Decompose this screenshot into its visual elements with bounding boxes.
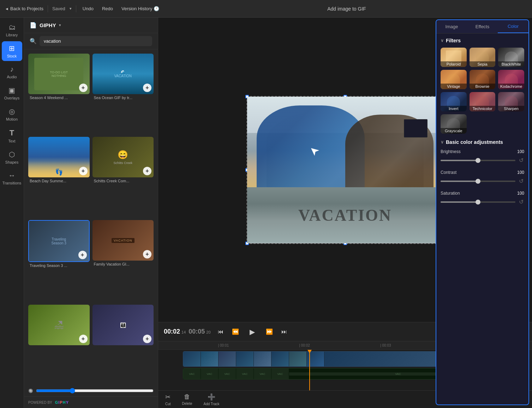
filter-sharpen[interactable]: Sharpen (498, 92, 524, 111)
list-item[interactable]: 😄 Schitts Creek + Schitts Creek Com... (92, 137, 154, 217)
filter-label-polaroid: Polaroid (441, 61, 467, 67)
canvas-content: VACATION (247, 97, 443, 243)
list-item[interactable]: TO-DO LISTNOTHING + Season 4 Weekend ... (28, 54, 90, 134)
gif-add-button-6[interactable]: + (143, 250, 151, 258)
sidebar-item-transitions[interactable]: ↔ Transitions (2, 169, 22, 188)
sidebar-label-text: Text (8, 139, 15, 143)
panel-search: 🔍 (24, 33, 158, 49)
sidebar-item-shapes[interactable]: ⬡ Shapes (2, 147, 22, 167)
sidebar-label-shapes: Shapes (5, 160, 18, 164)
undo-button[interactable]: Undo (80, 5, 96, 13)
filters-toggle[interactable]: ∨ (441, 38, 444, 43)
list-item[interactable]: TravelingSeason 3 + Traveling Season 3 .… (28, 220, 90, 302)
transitions-icon: ↔ (8, 171, 16, 179)
canvas-frame: VACATION (246, 96, 444, 244)
center-title: Add image to GIF (327, 6, 366, 12)
sidebar-label-overlays: Overlays (4, 96, 19, 100)
saturation-thumb[interactable] (476, 200, 480, 205)
filter-sepia[interactable]: Sepia (470, 48, 496, 67)
gif-label-2: Sea Ocean GIF by tr... (92, 94, 154, 102)
saturation-track (441, 201, 515, 203)
gif-label-6: Family Vacation GI... (92, 261, 154, 268)
filter-kodachrome[interactable]: Kodachrome (498, 70, 524, 89)
saved-dropdown-arrow[interactable]: ▾ (70, 6, 72, 11)
contrast-slider-row: ↺ (441, 177, 524, 185)
cut-button[interactable]: ✂ Cut (162, 392, 174, 407)
gif-item-6[interactable]: VACATION + (92, 220, 154, 261)
sidebar-item-motion[interactable]: ◎ Motion (2, 104, 22, 124)
list-item[interactable]: VACATION + Family Vacation GI... (92, 220, 154, 302)
panel-header: 📄 GIPHY ▾ (24, 18, 158, 33)
adjustments-toggle[interactable]: ∨ (441, 140, 444, 145)
gif-add-button-4[interactable]: + (143, 167, 151, 175)
sidebar-item-library[interactable]: 🗂 Library (2, 20, 22, 40)
tab-color[interactable]: Color (498, 20, 528, 33)
list-item[interactable]: 👨‍👩‍👧 + (92, 305, 154, 381)
topbar-left: ◂ Back to Projects Saved ▾ Undo Redo Ver… (6, 5, 161, 13)
filter-blackwhite[interactable]: BlackWhite (498, 48, 524, 67)
filter-technicolor[interactable]: Technicolor (470, 92, 496, 111)
contrast-label: Contrast (441, 170, 456, 175)
gif-item-4[interactable]: 😄 Schitts Creek + (92, 137, 154, 177)
text-icon: T (10, 128, 14, 138)
gif-add-button-2[interactable]: + (143, 84, 151, 92)
sidebar-item-stock[interactable]: ⊞ Stock (2, 41, 22, 61)
add-track-button[interactable]: ➕ Add Track (201, 392, 222, 407)
fast-forward-button[interactable]: ⏩ (264, 327, 274, 336)
search-icon: 🔍 (30, 38, 37, 44)
search-input[interactable] (40, 36, 152, 46)
time-display: 00:02 14 00:05 20 (164, 328, 211, 335)
preview-slider[interactable] (36, 388, 154, 394)
saturation-reset[interactable]: ↺ (518, 198, 524, 206)
playhead (309, 350, 310, 390)
sidebar-item-text[interactable]: T Text (2, 126, 22, 146)
chevron-left-icon: ◂ (6, 6, 8, 11)
list-item[interactable]: 👣 + Beach Day Summe... (28, 137, 90, 217)
filter-invert[interactable]: Invert (441, 92, 467, 111)
rewind-button[interactable]: ⏪ (231, 327, 240, 336)
filter-polaroid[interactable]: Polaroid (441, 48, 467, 67)
skip-to-end-button[interactable]: ⏭ (280, 327, 288, 336)
gif-add-button-8[interactable]: + (143, 335, 151, 343)
list-item[interactable]: 🌊VACATION + Sea Ocean GIF by tr... (92, 54, 154, 134)
total-time: 00:05 (189, 328, 205, 335)
redo-button[interactable]: Redo (100, 5, 115, 13)
sidebar-label-motion: Motion (6, 117, 18, 121)
media-panel: 📄 GIPHY ▾ 🔍 TO-DO LISTNOTHING + Season 4… (24, 18, 158, 408)
sidebar-item-audio[interactable]: ♪ Audio (2, 62, 22, 82)
filter-grayscale[interactable]: Grayscale (441, 114, 467, 134)
brightness-label: Brightness (441, 149, 461, 154)
gif-add-button[interactable]: + (79, 84, 88, 92)
delete-button[interactable]: 🗑 Delete (179, 392, 195, 407)
overlays-icon: ▣ (8, 86, 15, 95)
gif-add-button-5[interactable]: + (78, 251, 87, 259)
brightness-fill (441, 160, 478, 161)
back-to-projects-button[interactable]: ◂ Back to Projects (6, 6, 43, 11)
brightness-reset[interactable]: ↺ (518, 156, 524, 164)
filter-vintage[interactable]: Vintage (441, 70, 467, 89)
gif-add-button-3[interactable]: + (79, 167, 88, 175)
gif-item-1[interactable]: TO-DO LISTNOTHING + (28, 54, 90, 94)
brightness-thumb[interactable] (476, 158, 480, 163)
gif-item-5[interactable]: TravelingSeason 3 + (28, 220, 90, 262)
version-history-button[interactable]: Version History 🕐 (119, 5, 161, 13)
gif-item-7[interactable]: 🏖 + (28, 305, 90, 345)
tab-image[interactable]: Image (436, 20, 467, 33)
gif-item-3[interactable]: 👣 + (28, 137, 90, 177)
gif-item-8[interactable]: 👨‍👩‍👧 + (92, 305, 154, 345)
gif-item-2[interactable]: 🌊VACATION + (92, 54, 154, 94)
filter-brownie[interactable]: Brownie (470, 70, 496, 89)
contrast-thumb[interactable] (476, 179, 480, 184)
gif-add-button-7[interactable]: + (79, 335, 88, 343)
source-dropdown-arrow[interactable]: ▾ (59, 23, 61, 28)
panel-source-label: GIPHY (40, 22, 56, 28)
skip-to-start-button[interactable]: ⏮ (216, 327, 225, 336)
gif-label-5: Traveling Season 3 ... (28, 262, 90, 270)
tab-effects[interactable]: Effects (467, 20, 498, 33)
play-button[interactable]: ▶ (246, 325, 259, 338)
sidebar-item-overlays[interactable]: ▣ Overlays (2, 83, 22, 103)
contrast-reset[interactable]: ↺ (518, 177, 524, 185)
cut-label: Cut (165, 402, 171, 406)
gif-label: Season 4 Weekend ... (28, 94, 90, 102)
list-item[interactable]: 🏖 + (28, 305, 90, 381)
